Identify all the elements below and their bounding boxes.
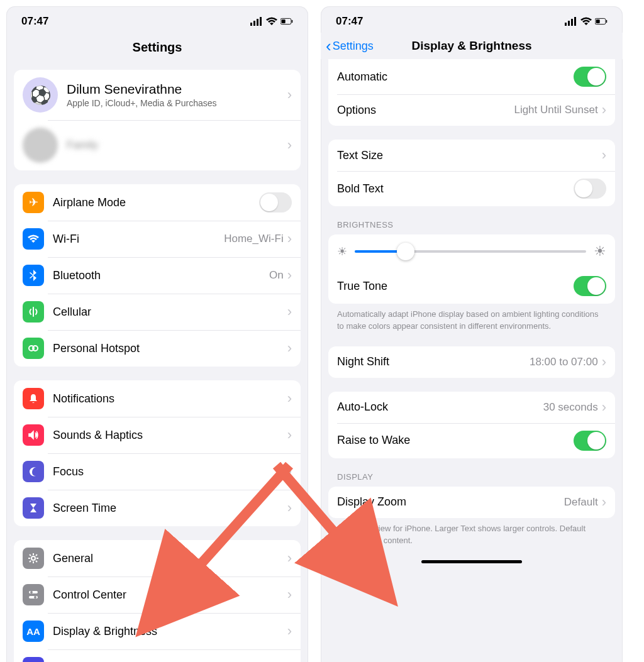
chevron-right-icon: › bbox=[602, 102, 606, 118]
profile-subtitle: Apple ID, iCloud+, Media & Purchases bbox=[67, 98, 287, 108]
chevron-right-icon: › bbox=[287, 500, 292, 516]
text-size-row[interactable]: Text Size › bbox=[328, 140, 615, 171]
chevron-right-icon: › bbox=[287, 340, 292, 356]
hotspot-row[interactable]: Personal Hotspot › bbox=[14, 330, 301, 367]
signal-icon bbox=[565, 15, 577, 28]
cellular-row[interactable]: Cellular › bbox=[14, 294, 301, 330]
text-group: Text Size › Bold Text bbox=[328, 140, 615, 206]
airplane-switch[interactable] bbox=[259, 192, 292, 212]
chevron-right-icon: › bbox=[287, 659, 292, 662]
back-button[interactable]: ‹ Settings bbox=[326, 40, 374, 53]
chevron-right-icon: › bbox=[602, 147, 606, 163]
family-label: Family bbox=[67, 139, 98, 152]
home-screen-row[interactable]: Home Screen › bbox=[14, 649, 301, 662]
chevron-right-icon: › bbox=[287, 427, 292, 443]
signal-icon bbox=[250, 15, 263, 28]
svg-point-12 bbox=[30, 591, 33, 593]
options-row[interactable]: Options Light Until Sunset › bbox=[328, 94, 615, 126]
automatic-row[interactable]: Automatic bbox=[328, 59, 615, 94]
display-zoom-group: Display Zoom Default › bbox=[328, 487, 615, 518]
family-row[interactable]: Family › bbox=[14, 120, 301, 170]
sun-large-icon: ☀ bbox=[594, 243, 606, 260]
back-label: Settings bbox=[333, 40, 374, 53]
chevron-right-icon: › bbox=[602, 354, 606, 370]
bold-text-label: Bold Text bbox=[337, 182, 574, 196]
night-shift-row[interactable]: Night Shift 18:00 to 07:00 › bbox=[328, 346, 615, 378]
wifi-value: Home_Wi-Fi bbox=[224, 233, 283, 245]
brightness-slider[interactable] bbox=[355, 250, 586, 253]
svg-rect-6 bbox=[292, 20, 293, 23]
options-value: Light Until Sunset bbox=[514, 104, 597, 116]
page-title: Settings bbox=[6, 33, 308, 65]
chevron-right-icon: › bbox=[287, 137, 292, 153]
svg-rect-3 bbox=[260, 17, 262, 26]
status-time: 07:47 bbox=[336, 15, 363, 28]
general-label: General bbox=[53, 552, 287, 565]
svg-rect-21 bbox=[574, 17, 576, 26]
bold-text-row[interactable]: Bold Text bbox=[328, 171, 615, 206]
svg-rect-19 bbox=[568, 21, 570, 26]
moon-icon bbox=[23, 461, 44, 482]
wifi-icon bbox=[580, 15, 592, 28]
hotspot-icon bbox=[23, 338, 44, 359]
svg-rect-24 bbox=[606, 20, 608, 23]
display-brightness-row[interactable]: AA Display & Brightness › bbox=[14, 613, 301, 649]
chevron-right-icon: › bbox=[287, 587, 292, 603]
cellular-icon bbox=[23, 301, 44, 323]
night-shift-value: 18:00 to 07:00 bbox=[530, 356, 598, 368]
control-center-row[interactable]: Control Center › bbox=[14, 576, 301, 613]
auto-lock-row[interactable]: Auto-Lock 30 seconds › bbox=[328, 392, 615, 423]
wifi-label: Wi-Fi bbox=[53, 233, 224, 246]
svg-rect-20 bbox=[571, 19, 573, 26]
connectivity-group: ✈ Airplane Mode Wi-Fi Home_Wi-Fi › Bluet… bbox=[14, 184, 301, 367]
svg-rect-1 bbox=[253, 21, 255, 26]
sounds-row[interactable]: Sounds & Haptics › bbox=[14, 417, 301, 453]
sliders-icon bbox=[23, 584, 44, 605]
display-zoom-row[interactable]: Display Zoom Default › bbox=[328, 487, 615, 518]
chevron-right-icon: › bbox=[287, 87, 292, 103]
notifications-group: Notifications › Sounds & Haptics › Focus… bbox=[14, 380, 301, 526]
automatic-switch[interactable] bbox=[574, 67, 606, 87]
true-tone-label: True Tone bbox=[337, 280, 574, 293]
battery-icon bbox=[280, 15, 293, 28]
cellular-label: Cellular bbox=[53, 306, 287, 319]
bluetooth-row[interactable]: Bluetooth On › bbox=[14, 257, 301, 294]
display-section-header: DISPLAY bbox=[321, 472, 623, 485]
wifi-icon bbox=[265, 15, 278, 28]
focus-row[interactable]: Focus › bbox=[14, 453, 301, 490]
hotspot-label: Personal Hotspot bbox=[53, 342, 287, 355]
general-row[interactable]: General › bbox=[14, 540, 301, 576]
hourglass-icon bbox=[23, 497, 44, 519]
true-tone-switch[interactable] bbox=[574, 276, 606, 296]
svg-rect-2 bbox=[257, 19, 258, 26]
svg-rect-0 bbox=[250, 23, 252, 26]
screentime-row[interactable]: Screen Time › bbox=[14, 490, 301, 526]
airplane-mode-row[interactable]: ✈ Airplane Mode bbox=[14, 184, 301, 221]
chevron-right-icon: › bbox=[287, 231, 292, 247]
status-indicators bbox=[565, 15, 608, 28]
apple-id-row[interactable]: ⚽ Dilum Senevirathne Apple ID, iCloud+, … bbox=[14, 70, 301, 120]
nav-bar: ‹ Settings Display & Brightness bbox=[321, 33, 623, 59]
bold-text-switch[interactable] bbox=[574, 179, 606, 199]
wifi-icon bbox=[23, 228, 44, 250]
gear-icon bbox=[23, 548, 44, 569]
auto-lock-value: 30 seconds bbox=[543, 401, 598, 414]
notifications-row[interactable]: Notifications › bbox=[14, 380, 301, 417]
raise-wake-row[interactable]: Raise to Wake bbox=[328, 423, 615, 458]
chevron-right-icon: › bbox=[287, 463, 292, 480]
battery-icon bbox=[595, 15, 608, 28]
raise-wake-switch[interactable] bbox=[574, 431, 606, 451]
nightshift-group: Night Shift 18:00 to 07:00 › bbox=[328, 346, 615, 378]
true-tone-footer: Automatically adapt iPhone display based… bbox=[321, 309, 623, 333]
chevron-right-icon: › bbox=[602, 399, 606, 416]
wifi-row[interactable]: Wi-Fi Home_Wi-Fi › bbox=[14, 221, 301, 257]
true-tone-row[interactable]: True Tone bbox=[328, 268, 615, 304]
text-size-label: Text Size bbox=[337, 149, 602, 162]
grid-icon bbox=[23, 657, 44, 662]
svg-rect-18 bbox=[565, 23, 567, 26]
bell-icon bbox=[23, 388, 44, 409]
notifications-label: Notifications bbox=[53, 392, 287, 405]
family-avatar bbox=[23, 128, 58, 163]
appearance-group: Automatic Options Light Until Sunset › bbox=[328, 59, 615, 126]
automatic-label: Automatic bbox=[337, 70, 574, 84]
